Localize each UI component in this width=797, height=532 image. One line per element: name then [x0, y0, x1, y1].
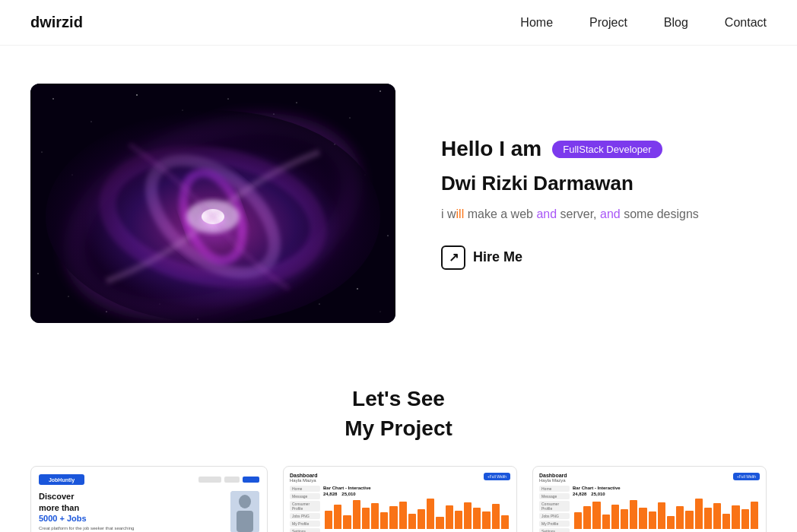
projects-section: Let's See My Project JobHuntly Discoverm…	[0, 353, 797, 532]
card-header: JobHuntly	[39, 474, 259, 485]
dash-main-2: Bar Chart - Interactive 24,828 25,010	[573, 486, 760, 532]
svg-point-3	[136, 94, 138, 96]
highlight-and2: and	[600, 207, 621, 220]
hero-name: Dwi Rizki Darmawan	[441, 172, 767, 195]
dash-nav-2: Home Message Consumer Profile Jobs PNG M…	[539, 486, 570, 532]
nav-home: Home	[290, 486, 320, 492]
project-card-dashboard2[interactable]: Dashboard Hayla Mazya +Full Width Home M…	[532, 466, 767, 532]
bar-chart-1	[323, 499, 510, 529]
svg-point-12	[387, 235, 388, 236]
svg-point-17	[357, 288, 357, 289]
svg-point-1	[52, 98, 53, 99]
hello-text: Hello I am	[441, 137, 541, 161]
nav-links: Home Project Blog Contact	[520, 16, 767, 30]
project-card-jobhuntly[interactable]: JobHuntly Discovermore than5000 + Jobs C…	[30, 466, 268, 532]
dash-chart-title-2: Bar Chart - Interactive	[573, 486, 760, 490]
dash-badge-2: +Full Width	[733, 473, 760, 480]
hero-image	[30, 84, 395, 323]
svg-point-20	[227, 98, 228, 99]
svg-point-32	[239, 495, 251, 508]
svg-point-4	[183, 110, 183, 111]
nav-consumer: Consumer Profile	[290, 501, 320, 511]
nav2-consumer: Consumer Profile	[539, 501, 570, 511]
svg-point-16	[319, 304, 320, 305]
nav-project[interactable]: Project	[589, 16, 627, 30]
nav-contact[interactable]: Contact	[725, 16, 767, 30]
dash-user-2: Hayla Mazya	[539, 478, 567, 483]
hello-row: Hello I am FullStack Developer	[441, 137, 767, 161]
jobhuntly-logo-text: JobHuntly	[49, 477, 75, 483]
svg-point-13	[37, 273, 38, 274]
stat2-2: 25,010	[591, 492, 605, 496]
highlight-and1: and	[536, 207, 557, 220]
dash-main: Bar Chart - Interactive 24,828 25,010	[323, 486, 510, 532]
dash-header: Dashboard Hayla Mazya +Full Width	[290, 473, 510, 483]
navbar: dwirzid Home Project Blog Contact	[0, 0, 797, 46]
hire-arrow-icon: ↗	[441, 245, 465, 270]
nav2-settings: Settings	[539, 528, 570, 532]
jobhuntly-logo: JobHuntly	[39, 474, 84, 485]
svg-point-6	[350, 118, 351, 119]
stat-2: 25,010	[341, 492, 355, 496]
nav-jobs: Jobs PNG	[290, 513, 320, 519]
card-discover-text: Discovermore than5000 + Jobs	[39, 491, 224, 524]
project-card-dashboard1[interactable]: Dashboard Hayla Mazya +Full Width Home M…	[283, 466, 517, 532]
highlight-will: ill	[456, 207, 465, 220]
developer-badge: FullStack Developer	[552, 141, 662, 158]
hero-description: i will make a web and server, and some d…	[441, 204, 767, 224]
nav-blog[interactable]: Blog	[664, 16, 688, 30]
svg-point-5	[296, 102, 297, 103]
svg-point-8	[42, 152, 43, 153]
section-title: Let's See My Project	[30, 384, 767, 443]
dash-header-2: Dashboard Hayla Mazya +Full Width	[539, 473, 760, 483]
dash-nav: Home Message Consumer Profile Jobs PNG M…	[290, 486, 320, 532]
bar-chart-2	[573, 499, 760, 529]
dash-sidebar-2: Home Message Consumer Profile Jobs PNG M…	[539, 486, 760, 532]
card-hero-content: Discovermore than5000 + Jobs Creat platf…	[39, 491, 259, 532]
stat2-1: 24,828	[573, 492, 586, 496]
card-person-image	[230, 491, 259, 532]
dash-title-2: Dashboard	[539, 473, 567, 478]
dash-user: Hayla Mazya	[290, 478, 318, 483]
svg-point-18	[380, 312, 381, 312]
nav2-message: Message	[539, 493, 570, 499]
svg-point-2	[91, 122, 92, 122]
svg-point-7	[379, 90, 380, 91]
nav2-jobs: Jobs PNG	[539, 513, 570, 519]
dash-sidebar: Home Message Consumer Profile Jobs PNG M…	[290, 486, 510, 532]
stat-1: 24,828	[323, 492, 337, 496]
dash-badge: +Full Width	[484, 473, 510, 480]
hero-section: Hello I am FullStack Developer Dwi Rizki…	[0, 46, 797, 353]
site-logo[interactable]: dwirzid	[30, 14, 83, 31]
dash-stats: 24,828 25,010	[323, 492, 510, 496]
nav-settings: Settings	[290, 528, 320, 532]
svg-rect-33	[237, 511, 253, 532]
dash-stats-2: 24,828 25,010	[573, 492, 760, 496]
project-cards: JobHuntly Discovermore than5000 + Jobs C…	[30, 466, 767, 532]
card-subtitle: Creat platform for the job seeker that s…	[39, 526, 224, 530]
hero-content: Hello I am FullStack Developer Dwi Rizki…	[441, 137, 767, 270]
nav-message: Message	[290, 493, 320, 499]
nav2-home: Home	[539, 486, 570, 492]
hire-label: Hire Me	[473, 249, 522, 265]
nav-myprofile: My Profile	[290, 521, 320, 527]
card-jobs-count: 5000 + Jobs	[39, 514, 87, 523]
svg-point-14	[68, 296, 69, 297]
svg-point-15	[106, 311, 106, 312]
nav-home[interactable]: Home	[520, 16, 553, 30]
nav2-myprofile: My Profile	[539, 521, 570, 527]
dash-title: Dashboard	[290, 473, 318, 478]
dash-chart-title: Bar Chart - Interactive	[323, 486, 510, 490]
hire-me-button[interactable]: ↗ Hire Me	[441, 245, 522, 270]
card-text-block: Discovermore than5000 + Jobs Creat platf…	[39, 491, 224, 532]
